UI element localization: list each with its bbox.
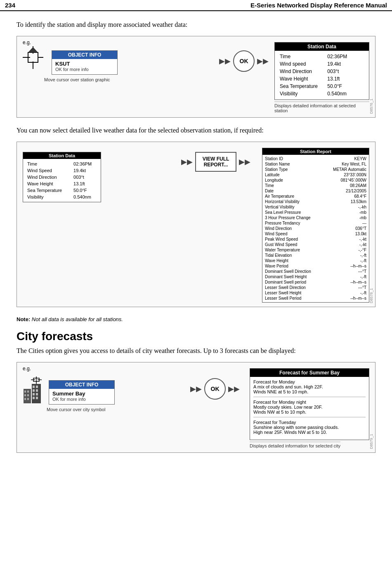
forecast-line: Winds NW at 5 to 10 mph. (253, 410, 366, 414)
row-label: Wind Direction (26, 174, 72, 180)
note-text: Not all data is available for all statio… (32, 316, 123, 322)
row-label: Sea Temperature (26, 187, 72, 193)
row-label: Visibility (26, 194, 72, 200)
list-item: 3 Hour Pressure Change-mb (265, 215, 366, 220)
table-row: Sea Temperature50.0°F (279, 83, 365, 90)
list-item: Dominant Swell period--h--m--s (265, 279, 366, 285)
forecast-body: Forecast for MondayA mix of clouds and s… (250, 377, 369, 440)
report-value: 21/12/2005 (346, 189, 366, 193)
report-value: -,-kt (359, 237, 366, 241)
crosshair-icon (23, 46, 43, 70)
table-row: Wind speed19.4kt (279, 61, 365, 67)
svg-rect-19 (36, 393, 38, 395)
list-item: Tidal Elevation-,-ft (265, 253, 366, 258)
intro2: You can now select detailed live weather… (17, 127, 375, 134)
table-row: Wind Direction003°t (279, 68, 365, 75)
list-item: Lesser Swell Period--h--m--s (265, 296, 366, 301)
view-full-button[interactable]: VIEW FULL REPORT... (195, 152, 236, 172)
forecast-line: Winds NNE at 5 to 10 mph. (253, 389, 366, 394)
report-value: Key West, FL (342, 162, 366, 166)
report-value: 13.0kt (355, 232, 366, 236)
object-info-title-1: OBJECT INFO (52, 51, 117, 59)
report-value: 08:26AM (350, 183, 366, 188)
d-number-3: D8579_1 (369, 434, 373, 449)
list-item: Vertical Visibility-,-kh (265, 204, 366, 210)
list-item: Wave Height-,-ft (265, 258, 366, 263)
svg-rect-8 (27, 391, 29, 393)
object-info-title-3: OBJECT INFO (49, 381, 114, 389)
page-title: E-Series Networked Display Reference Man… (250, 2, 387, 9)
report-label: Station Name (265, 162, 319, 166)
report-label: Gust Wind Speed (265, 242, 319, 247)
report-label: Latitude (265, 173, 319, 177)
row-label: Wind Direction (279, 68, 326, 75)
report-label: Tidal Elevation (265, 253, 319, 258)
city-forecasts-title: City forecasts (17, 330, 375, 343)
list-item: Wave Period--h--m--s (265, 263, 366, 269)
table-row: Sea Temperature50.0°F (26, 187, 97, 193)
list-item: Lesser Swell Direction---°T (265, 285, 366, 290)
forecast-line: A mix of clouds and sun. High 22F. (253, 384, 366, 389)
station-data-title-sm: Station Data (23, 152, 101, 159)
row-value: 02:36PM (326, 53, 365, 60)
page-number: 234 (5, 2, 15, 9)
svg-rect-14 (33, 386, 35, 388)
report-value: -mb (359, 210, 366, 215)
list-item: Longitude081°45'.000W (265, 178, 366, 183)
table-row: Visibility0.540nm (279, 90, 365, 97)
list-item: Lesser Swell Height-,-ft (265, 290, 366, 296)
report-value: -,-ft (360, 291, 366, 295)
report-label: Station ID (265, 156, 319, 161)
ok-button-1[interactable]: OK (233, 50, 255, 72)
list-item: Horizontal Visibility13.53km (265, 199, 366, 204)
report-label: Station Type (265, 167, 319, 172)
report-value: --- (362, 221, 366, 225)
row-value: 19.4kt (326, 61, 365, 67)
svg-rect-21 (36, 397, 38, 399)
list-item: Station IDKEYW (265, 156, 366, 161)
row-value: 13.1ft (326, 76, 365, 82)
arrow-left-2: ▶▶ (181, 157, 193, 166)
svg-rect-7 (24, 391, 26, 393)
row-value: 0.540nm (73, 194, 97, 200)
svg-rect-9 (24, 394, 26, 396)
report-value: 23°33'.000N (344, 173, 366, 177)
list-item: Sea Level Pressure-mb (265, 210, 366, 215)
note-line: Note: Not all data is available for all … (17, 316, 375, 322)
d-number-1: D8576_1 (369, 99, 373, 114)
report-value: -,-ft (360, 258, 366, 263)
eg-label-1: e.g. (23, 40, 31, 45)
forecast-line: Forecast for Monday night (253, 400, 366, 405)
object-info-panel-3: OBJECT INFO Summer Bay OK for more info (49, 380, 115, 405)
row-label: Visibility (279, 90, 326, 97)
list-item: Dominant Swell Height-,-ft (265, 274, 366, 279)
row-label: Time (26, 161, 72, 167)
report-value: -,-ft (360, 253, 366, 258)
report-label: 3 Hour Pressure Change (265, 215, 319, 220)
list-item: Date21/12/2005 (265, 188, 366, 194)
list-item: Air Temperature68.4°F (265, 194, 366, 199)
object-info-sub-3: OK for more info (52, 397, 111, 402)
row-label: Sea Temperature (279, 83, 326, 90)
list-item: Latitude23°33'.000N (265, 172, 366, 178)
report-label: Pressure Tendancy (265, 221, 319, 225)
row-value: 003°t (326, 68, 365, 75)
ok-button-3[interactable]: OK (204, 378, 226, 400)
table-row: Wind Direction003°t (26, 174, 97, 180)
list-item: Station TypeMETAR Automatic (265, 167, 366, 172)
list-item: Time08:26AM (265, 183, 366, 188)
svg-rect-16 (33, 389, 35, 392)
station-data-title-1: Station Data (275, 43, 369, 51)
report-value: --h--m--s (350, 296, 366, 301)
row-label: Wind speed (279, 61, 326, 67)
forecast-line: Sunshine along with some passing clouds. (253, 425, 366, 430)
svg-rect-15 (36, 386, 38, 388)
arrow-right-3: ▶▶ (228, 384, 240, 393)
report-label: Peak Wind Speed (265, 237, 319, 241)
report-label: Wind Speed (265, 232, 319, 236)
report-label: Date (265, 189, 319, 193)
object-info-sub-1: OK for more info (55, 67, 114, 72)
table-row: Time02:36PM (279, 53, 365, 60)
page-header: 234 E-Series Networked Display Reference… (0, 0, 392, 11)
forecast-line: Forecast for Tuesday (253, 420, 366, 425)
